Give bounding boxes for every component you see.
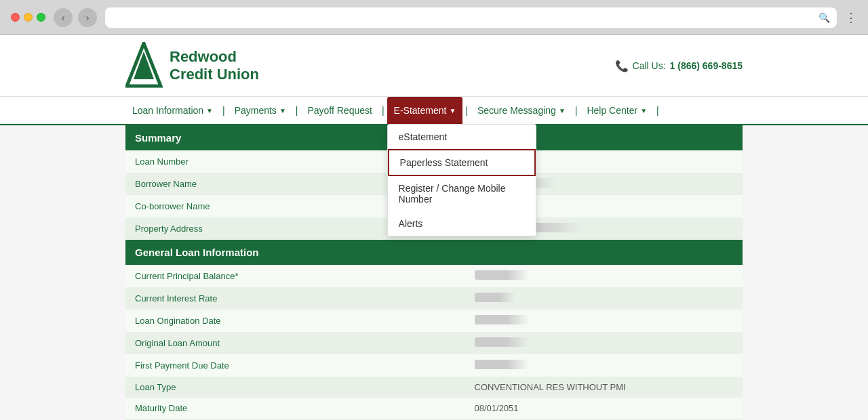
maximize-button[interactable] [37,13,45,22]
nav-item-estatement[interactable]: E-Statement ▼ [387,97,463,124]
main-content: Redwood Credit Union 📞 Call Us: 1 (866) … [0,35,868,420]
logo-icon [125,42,163,89]
logo-text: Redwood Credit Union [170,48,259,84]
general-loan-section: General Loan Information Current Princip… [125,240,743,420]
nav-estatement-container: E-Statement ▼ eStatement Paperless State… [387,97,463,124]
table-row: Current Interest Rate [125,287,743,310]
value-principal-balance [465,265,743,287]
back-button[interactable]: ‹ [54,8,73,27]
close-button[interactable] [11,13,20,22]
phone-icon: 📞 [615,60,629,72]
nav-separator-2: | [293,105,301,116]
value-origination-date [465,310,743,332]
nav-label-loan-info: Loan Information [132,105,203,116]
value-first-payment [465,354,743,377]
nav-separator-6: | [654,105,662,116]
nav-label-payments: Payments [235,105,277,116]
traffic-lights [11,13,45,22]
site-nav: Loan Information ▼ | Payments ▼ | Payoff… [0,97,868,125]
table-row: Original Loan Amount [125,332,743,354]
header-phone: 📞 Call Us: 1 (866) 669-8615 [615,60,743,72]
browser-search-icon[interactable]: 🔍 [818,12,830,23]
nav-separator-5: | [572,105,580,116]
address-bar[interactable]: 🔍 [105,7,837,28]
nav-separator-1: | [220,105,228,116]
browser-menu-button[interactable]: ⋮ [845,10,857,25]
label-origination-date: Loan Origination Date [125,310,465,332]
chevron-down-icon: ▼ [206,107,213,114]
label-maturity-date: Maturity Date [125,398,465,419]
chevron-down-icon-4: ▼ [559,107,566,114]
browser-nav-buttons: ‹ › [54,8,97,27]
nav-separator-3: | [379,105,387,116]
dropdown-item-alerts[interactable]: Alerts [388,211,536,236]
minimize-button[interactable] [24,13,33,22]
estatement-dropdown: eStatement Paperless Statement Register … [387,124,536,236]
nav-item-help[interactable]: Help Center ▼ [580,97,654,124]
chevron-down-icon-2: ▼ [279,107,286,114]
value-maturity-date: 08/01/2051 [465,398,743,419]
value-interest-rate [465,287,743,310]
table-row: Current Principal Balance* [125,265,743,287]
table-row: Loan Origination Date [125,310,743,332]
phone-number: 1 (866) 669-8615 [670,60,743,71]
value-original-amount [465,332,743,354]
label-original-amount: Original Loan Amount [125,332,465,354]
nav-separator-4: | [462,105,471,116]
general-table: Current Principal Balance* Current Inter… [125,265,743,420]
chevron-down-icon-5: ▼ [640,107,647,114]
nav-item-payoff[interactable]: Payoff Request [300,97,378,124]
general-header: General Loan Information [125,240,743,265]
table-row: First Payment Due Date [125,354,743,377]
dropdown-item-paperless[interactable]: Paperless Statement [388,149,536,176]
label-loan-type: Loan Type [125,377,465,398]
nav-label-estatement: E-Statement [394,105,447,116]
browser-chrome: ‹ › 🔍 ⋮ [0,0,868,35]
logo-area: Redwood Credit Union [125,42,259,89]
nav-label-help: Help Center [587,105,637,116]
table-row: Maturity Date 08/01/2051 [125,398,743,419]
nav-item-loan-info[interactable]: Loan Information ▼ [125,97,220,124]
label-principal-balance: Current Principal Balance* [125,265,465,287]
nav-label-payoff: Payoff Request [307,105,372,116]
nav-item-secure-msg[interactable]: Secure Messaging ▼ [471,97,572,124]
value-loan-type: CONVENTIONAL RES WITHOUT PMI [465,377,743,398]
chevron-down-icon-3: ▼ [449,107,456,114]
phone-label: Call Us: [633,60,666,71]
nav-item-payments[interactable]: Payments ▼ [228,97,293,124]
dropdown-item-register-mobile[interactable]: Register / Change Mobile Number [388,176,536,211]
dropdown-item-estatement[interactable]: eStatement [388,125,536,149]
nav-label-secure-msg: Secure Messaging [477,105,556,116]
site-header: Redwood Credit Union 📞 Call Us: 1 (866) … [0,35,868,97]
label-first-payment: First Payment Due Date [125,354,465,377]
table-row: Loan Type CONVENTIONAL RES WITHOUT PMI [125,377,743,398]
label-interest-rate: Current Interest Rate [125,287,465,310]
forward-button[interactable]: › [78,8,97,27]
